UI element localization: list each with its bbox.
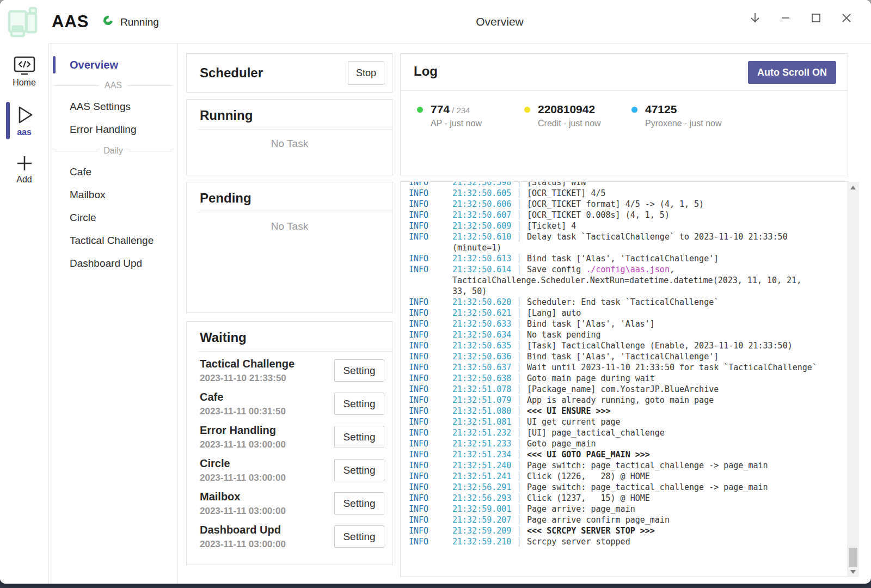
waiting-task-name: Tactical Challenge [200,358,295,370]
code-monitor-icon [13,56,36,76]
log-timestamp: 21:32:51.078 [452,384,513,395]
log-message: [Ticket] 4 [527,221,576,231]
log-line: INFO21:32:56.291│Page switch: page_tacti… [409,482,848,493]
log-timestamp: 21:32:51.080 [452,406,513,416]
log-timestamp: 21:32:50.634 [452,329,513,340]
stop-button[interactable]: Stop [348,61,384,85]
scrollbar-thumb[interactable] [849,548,857,567]
log-scrollbar[interactable] [847,182,859,577]
setting-button[interactable]: Setting [334,393,384,415]
log-message: Scheduler: End task `TacticalChallenge` [527,297,719,307]
scheduler-title: Scheduler [200,65,348,81]
log-line: TacticalChallenge.Scheduler.NextRun=date… [409,275,848,286]
log-line: (minute=1) [409,242,848,253]
stat-body: 220810942Credit - just now [538,103,601,128]
log-level: INFO [409,482,452,493]
sidebar-section-daily: Daily [49,141,177,161]
log-timestamp: 21:32:50.637 [452,362,513,373]
log-message: (minute=1) [452,243,501,253]
log-timestamp: 21:32:50.613 [452,253,513,264]
log-pipe: │ [513,265,527,274]
title-bar: AAS Running Overview [0,0,871,44]
close-icon[interactable] [838,10,855,26]
log-line: INFO21:32:50.614│Save config ./config\aa… [409,264,848,275]
log-line: INFO21:32:50.613│Bind task ['Alas', 'Tac… [409,253,848,264]
sidebar-item-overview[interactable]: Overview [49,54,177,76]
setting-button[interactable]: Setting [334,459,384,481]
log-message: No task pending [527,330,600,340]
log-message: 33, 50) [452,286,487,296]
sidebar-item-mailbox[interactable]: Mailbox [49,183,177,206]
sidebar-item-error-handling[interactable]: Error Handling [49,118,177,141]
scheduler-card: Scheduler Stop [186,53,393,93]
log-level: INFO [409,181,452,188]
plus-icon [15,154,34,173]
rail-item-aas[interactable]: aas [0,100,48,142]
log-line: INFO21:32:51.233│Goto page_main [409,438,848,449]
log-pipe: │ [513,319,527,329]
log-pipe: │ [513,232,527,242]
log-pipe: │ [513,428,527,438]
log-message: App is already running, goto main page [527,395,714,405]
maximize-icon[interactable] [808,10,824,26]
sidebar-section-label: AAS [105,81,122,90]
setting-button[interactable]: Setting [334,492,384,514]
waiting-task-info: Dashboard Upd2023-11-11 03:00:00 [200,524,286,550]
log-timestamp: 21:32:50.633 [452,318,513,329]
divider [199,129,392,130]
log-level: INFO [409,514,452,525]
setting-button[interactable]: Setting [334,426,384,448]
log-line: INFO21:32:59.001│Page arrive: page_main [409,504,848,514]
scheduler-status: Running [120,16,159,28]
log-pipe: │ [513,188,527,198]
log-level: INFO [409,351,452,362]
sidebar-item-circle[interactable]: Circle [49,206,177,229]
waiting-task-info: Cafe2023-11-11 00:31:50 [200,391,286,417]
sidebar-item-cafe[interactable]: Cafe [49,161,177,183]
log-timestamp: 21:32:51.233 [452,438,513,449]
log-pipe: │ [513,471,527,481]
rail-item-add[interactable]: Add [0,149,48,189]
rail-item-home[interactable]: Home [0,51,48,92]
log-timestamp: 21:32:51.081 [452,416,513,427]
log-line: INFO21:32:50.636│Bind task ['Alas', 'Tac… [409,351,848,362]
log-message: [Lang] auto [527,308,581,318]
log-timestamp: 21:32:51.241 [452,471,513,482]
log-console[interactable]: INFO21:32:50.598│[Status] WININFO21:32:5… [400,181,848,577]
log-level: INFO [409,210,452,220]
scrollbar-down-icon[interactable] [847,567,859,576]
resource-stats: 774/ 234AP - just now220810942Credit - j… [401,91,848,128]
waiting-task-row: Mailbox2023-11-11 03:00:00Setting [200,487,384,520]
log-line: INFO21:32:50.606│[OCR_TICKET format] 4/5… [409,199,848,210]
log-lines: INFO21:32:50.598│[Status] WININFO21:32:5… [409,181,848,547]
sidebar-item-dashboard-upd[interactable]: Dashboard Upd [49,252,177,275]
log-message: [OCR_TICKET 0.008s] (4, 1, 5) [527,210,670,220]
setting-button[interactable]: Setting [334,359,384,382]
stat-dot-icon [524,107,530,113]
scrollbar-up-icon[interactable] [847,183,859,192]
log-pipe: │ [513,526,527,536]
sidebar-item-aas-settings[interactable]: AAS Settings [49,95,177,118]
app-title: AAS [52,12,89,32]
log-pipe: │ [513,221,527,231]
log-message: [Task] TacticalChallenge (Enable, 2023-1… [527,341,793,351]
waiting-task-time: 2023-11-10 21:33:50 [200,373,295,384]
log-timestamp: 21:32:50.606 [452,199,513,210]
stat-label: Credit - just now [538,119,601,128]
sidebar-item-tactical-challenge[interactable]: Tactical Challenge [49,229,177,252]
log-timestamp: 21:32:50.610 [452,231,513,242]
setting-button[interactable]: Setting [334,525,384,548]
log-message: Bind task ['Alas', 'TacticalChallenge'] [527,352,719,362]
log-level: INFO [409,308,452,318]
waiting-task-name: Circle [200,457,286,470]
log-message: Goto page_main [527,439,596,449]
log-timestamp: 21:32:50.636 [452,351,513,362]
pending-title: Pending [200,191,379,206]
resource-stat: 220810942Credit - just now [524,103,631,128]
log-level: INFO [409,318,452,329]
app-logo-icon [5,4,40,39]
minimize-icon[interactable] [777,10,794,26]
collapse-arrow-icon[interactable] [747,10,763,26]
stat-dot-icon [417,107,423,113]
auto-scroll-button[interactable]: Auto Scroll ON [748,61,836,84]
